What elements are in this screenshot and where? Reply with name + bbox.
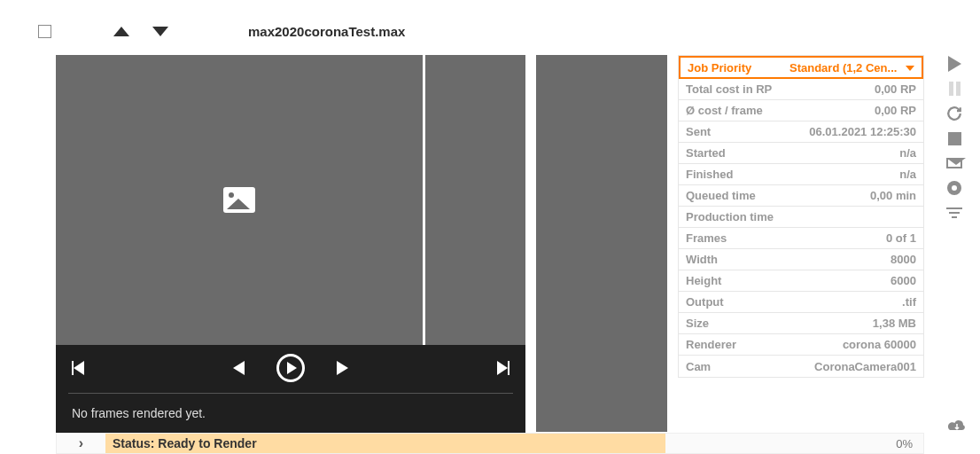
property-value: CoronaCamera001 [814,360,916,373]
property-label: Width [686,253,718,266]
job-filename: max2020coronaTest.max [248,24,405,39]
property-row: Total cost in RP0,00 RP [679,79,923,100]
chevron-down-icon [906,66,914,71]
property-row: Size1,38 MB [679,313,923,334]
preview-main [56,55,423,345]
property-label: Sent [686,125,711,138]
image-placeholder-icon [223,187,255,213]
property-label: Ø cost / frame [686,104,763,117]
property-label: Production time [686,210,774,223]
property-label: Total cost in RP [686,82,772,96]
property-row: Startedn/a [679,143,923,164]
pause-job-icon[interactable] [945,80,963,98]
property-label: Frames [686,231,727,245]
move-down-icon[interactable] [152,27,168,36]
property-row: Queued time0,00 min [679,185,923,207]
property-row: Ø cost / frame0,00 RP [679,100,923,121]
property-value: 1,38 MB [873,317,916,330]
property-row: Width8000 [679,249,923,270]
property-row: Height6000 [679,270,923,292]
property-value: .tif [902,295,916,309]
property-row: Production time [679,207,923,228]
property-row: Renderercorona 60000 [679,334,923,356]
status-text: Status: Ready to Render [105,434,665,453]
job-priority-row[interactable]: Job Priority Standard (1,2 Cen... [679,56,923,79]
property-label: Output [686,295,724,309]
property-row: CamCoronaCamera001 [679,356,923,377]
filter-icon[interactable] [945,204,963,222]
progress-percent: 0% [896,437,923,450]
job-actions-toolbar [941,55,968,222]
property-value: 0 of 1 [886,231,916,245]
property-row: Output.tif [679,292,923,313]
property-label: Size [686,317,709,330]
job-properties-panel: Job Priority Standard (1,2 Cen... Total … [678,55,924,378]
property-label: Height [686,274,721,287]
property-row: Frames0 of 1 [679,228,923,249]
start-job-icon[interactable] [945,55,963,73]
skip-start-icon[interactable] [72,361,84,375]
cloud-download-icon[interactable] [946,417,968,436]
property-value: 6000 [891,274,916,287]
select-job-checkbox[interactable] [38,25,51,38]
property-label: Finished [686,168,733,181]
property-value: 0,00 RP [875,82,916,96]
stop-job-icon[interactable] [945,129,963,147]
step-forward-icon[interactable] [337,361,348,375]
secondary-preview [536,55,667,432]
status-row: › Status: Ready to Render 0% [56,433,924,454]
preview-side [425,55,525,345]
property-value: 8000 [891,253,916,266]
player-status-text: No frames rendered yet. [72,406,509,420]
expand-chevron-icon[interactable]: › [57,435,105,451]
refresh-icon[interactable] [945,105,963,122]
property-label: Renderer [686,338,736,351]
step-back-icon[interactable] [233,361,245,375]
property-row: Sent06.01.2021 12:25:30 [679,121,923,143]
player-timeline[interactable] [68,393,513,394]
disk-icon[interactable] [945,179,963,197]
property-label: Queued time [686,189,756,202]
property-row: Finishedn/a [679,164,923,185]
property-value: n/a [899,168,916,181]
mail-icon[interactable] [945,154,963,172]
skip-end-icon[interactable] [497,361,509,375]
play-button[interactable] [276,354,305,382]
move-up-icon[interactable] [113,27,129,36]
job-priority-value: Standard (1,2 Cen... [789,61,897,74]
frame-player: No frames rendered yet. [56,345,525,434]
property-value: 0,00 min [870,189,916,202]
property-value: n/a [899,146,916,160]
property-label: Started [686,146,726,160]
property-label: Cam [686,360,711,373]
job-priority-label: Job Priority [688,61,751,74]
property-value: 06.01.2021 12:25:30 [809,125,916,138]
property-value: corona 60000 [843,338,916,351]
preview-area [56,55,525,345]
property-value: 0,00 RP [875,104,916,117]
